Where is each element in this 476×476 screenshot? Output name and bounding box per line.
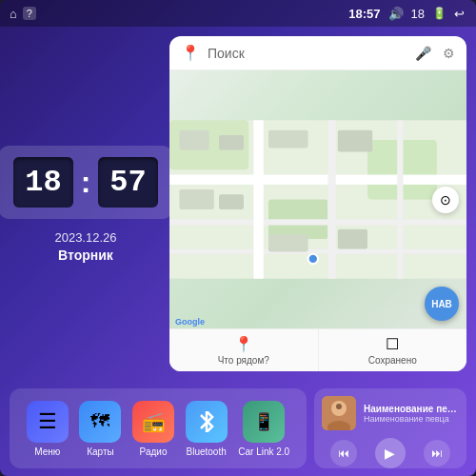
volume-icon: 🔊 bbox=[388, 7, 404, 21]
svg-rect-6 bbox=[169, 249, 466, 254]
music-artist: Наименование певца bbox=[364, 414, 459, 424]
home-icon[interactable]: ⌂ bbox=[10, 7, 17, 21]
map-nav-button[interactable]: НАВ bbox=[425, 287, 459, 321]
svg-point-22 bbox=[336, 404, 342, 409]
battery-level: 18 bbox=[411, 7, 425, 21]
svg-rect-9 bbox=[397, 120, 403, 278]
carlink-icon: 📱 bbox=[243, 401, 285, 443]
settings-icon[interactable]: ⚙ bbox=[443, 46, 455, 61]
music-panel: Наименование песни Наименование певца ⏮ … bbox=[314, 388, 466, 468]
nearby-icon: 📍 bbox=[234, 335, 253, 353]
map-nearby-button[interactable]: 📍 Что рядом? bbox=[169, 329, 319, 371]
music-title: Наименование песни bbox=[364, 404, 459, 414]
app-bluetooth[interactable]: Bluetooth bbox=[186, 401, 228, 457]
svg-rect-17 bbox=[338, 229, 367, 249]
next-button[interactable]: ⏭ bbox=[424, 440, 450, 466]
svg-rect-7 bbox=[253, 120, 263, 278]
svg-rect-12 bbox=[268, 130, 308, 149]
right-panel: 📍 Поиск 🎤 ⚙ bbox=[169, 36, 466, 371]
music-controls: ⏮ ▶ ⏭ bbox=[314, 434, 466, 468]
map-search-bar[interactable]: 📍 Поиск 🎤 ⚙ bbox=[169, 36, 466, 70]
clock-minutes: 57 bbox=[98, 157, 157, 208]
day-text: Вторник bbox=[54, 248, 116, 263]
maps-label: Карты bbox=[87, 446, 114, 457]
radio-label: Радио bbox=[140, 446, 168, 457]
app-maps[interactable]: 🗺 Карты bbox=[79, 401, 121, 457]
map-pin-icon: 📍 bbox=[181, 44, 200, 62]
apps-panel: ☰ Меню 🗺 Карты 📻 Радио Bluetooth bbox=[10, 388, 307, 468]
bluetooth-icon bbox=[186, 401, 228, 443]
album-art bbox=[322, 396, 356, 430]
app-radio[interactable]: 📻 Радио bbox=[132, 401, 174, 457]
svg-rect-13 bbox=[338, 130, 372, 152]
map-svg bbox=[169, 70, 466, 328]
svg-rect-5 bbox=[169, 219, 466, 225]
google-logo: Google bbox=[175, 317, 205, 327]
main-content: 18 : 57 2023.12.26 Вторник 📍 Поиск 🎤 ⚙ bbox=[0, 27, 476, 381]
bottom-area: ☰ Меню 🗺 Карты 📻 Радио Bluetooth bbox=[0, 381, 476, 476]
svg-rect-11 bbox=[219, 135, 244, 150]
svg-rect-14 bbox=[179, 189, 213, 209]
status-time: 18:57 bbox=[348, 7, 380, 21]
search-placeholder-text: Поиск bbox=[208, 46, 407, 61]
svg-rect-15 bbox=[219, 194, 244, 209]
svg-point-18 bbox=[308, 254, 318, 264]
saved-label: Сохранено bbox=[368, 355, 417, 366]
play-button[interactable]: ▶ bbox=[375, 438, 406, 468]
screen: ⌂ ? 18:57 🔊 18 🔋 ↩ 18 : 57 2023.12.26 Вт… bbox=[0, 0, 476, 476]
menu-label: Меню bbox=[34, 446, 60, 457]
menu-icon: ☰ bbox=[27, 401, 69, 443]
clock-widget: 18 : 57 bbox=[0, 146, 173, 219]
status-bar-left: ⌂ ? bbox=[10, 7, 36, 21]
map-widget: 📍 Поиск 🎤 ⚙ bbox=[169, 36, 466, 371]
map-area[interactable]: ⊙ НАВ Google bbox=[169, 70, 466, 328]
battery-icon: 🔋 bbox=[432, 7, 446, 20]
svg-rect-16 bbox=[268, 234, 308, 252]
left-panel: 18 : 57 2023.12.26 Вторник bbox=[10, 36, 162, 371]
status-bar: ⌂ ? 18:57 🔊 18 🔋 ↩ bbox=[0, 0, 476, 27]
bluetooth-label: Bluetooth bbox=[186, 446, 226, 457]
saved-icon: ☐ bbox=[386, 335, 399, 353]
map-bottom-bar: 📍 Что рядом? ☐ Сохранено bbox=[169, 328, 466, 371]
prev-button[interactable]: ⏮ bbox=[330, 440, 357, 466]
clock-hours: 18 bbox=[13, 157, 72, 208]
svg-rect-10 bbox=[179, 130, 208, 150]
nearby-label: Что рядом? bbox=[218, 355, 269, 366]
map-saved-button[interactable]: ☐ Сохранено bbox=[319, 329, 467, 371]
app-carlink[interactable]: 📱 Car Link 2.0 bbox=[238, 401, 289, 457]
svg-rect-8 bbox=[327, 120, 335, 278]
carlink-label: Car Link 2.0 bbox=[238, 446, 289, 457]
back-icon[interactable]: ↩ bbox=[454, 7, 465, 21]
maps-icon: 🗺 bbox=[79, 401, 121, 443]
app-menu[interactable]: ☰ Меню bbox=[27, 401, 69, 457]
clock-colon: : bbox=[77, 165, 95, 200]
music-info: Наименование песни Наименование певца bbox=[314, 388, 466, 434]
date-info: 2023.12.26 Вторник bbox=[54, 230, 116, 263]
svg-rect-4 bbox=[169, 175, 466, 185]
mic-icon[interactable]: 🎤 bbox=[415, 46, 431, 61]
music-text: Наименование песни Наименование певца bbox=[364, 404, 459, 424]
map-location-button[interactable]: ⊙ bbox=[432, 187, 459, 213]
status-bar-right: 18:57 🔊 18 🔋 ↩ bbox=[348, 7, 465, 21]
radio-icon: 📻 bbox=[132, 401, 174, 443]
date-text: 2023.12.26 bbox=[54, 230, 116, 245]
gps-icon[interactable]: ? bbox=[23, 7, 36, 20]
